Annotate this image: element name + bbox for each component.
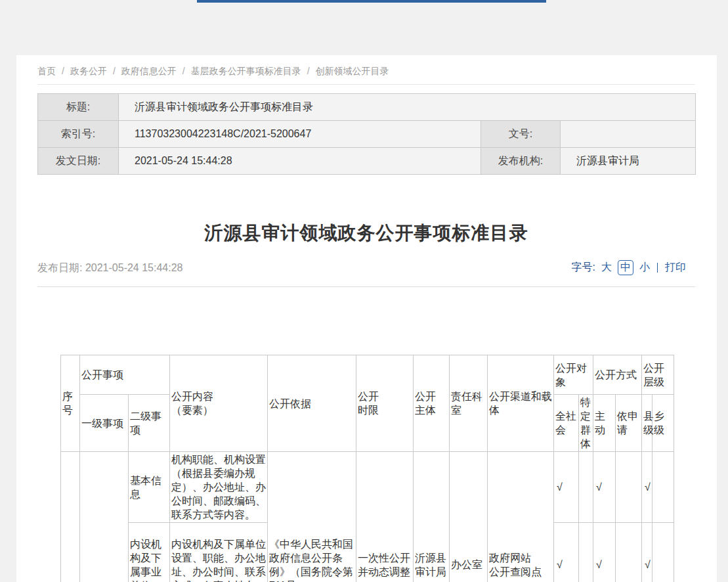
document-info-table: 标题: 沂源县审计领域政务公开事项标准目录 索引号: 1137032300422… bbox=[37, 93, 696, 175]
catalog-header-row-1: 序号 公开事项 公开内容 （要素） 公开依据 公开 时限 公开 主体 责任科室 … bbox=[61, 355, 674, 395]
header-gongkai-cengji: 公开层级 bbox=[642, 355, 674, 395]
cell-gongkai-yiju: 《中华人民共和国政府信息公开条例》（国务院令第711号） bbox=[268, 452, 356, 582]
header-gongkai-duixiang: 公开对象 bbox=[554, 355, 593, 395]
header-gongkai-fangshi: 公开方式 bbox=[593, 355, 642, 395]
header-gongkai-shixiang: 公开事项 bbox=[80, 355, 170, 395]
breadcrumb-home[interactable]: 首页 bbox=[37, 66, 56, 76]
publish-date: 发布日期: 2021-05-24 15:44:28 bbox=[37, 261, 182, 275]
info-row-title: 标题: 沂源县审计领域政务公开事项标准目录 bbox=[38, 94, 696, 121]
check-yishenqing bbox=[616, 452, 642, 523]
font-size-medium-button[interactable]: 中 bbox=[618, 260, 633, 275]
header-xiangji: 乡级 bbox=[653, 395, 674, 452]
index-number-value: 11370323004223148C/2021-5200647 bbox=[119, 121, 481, 148]
font-size-large-button[interactable]: 大 bbox=[601, 261, 612, 275]
breadcrumb-divider bbox=[37, 84, 695, 85]
cell-erji-shixiang: 内设机构及下属事业单位 bbox=[129, 523, 170, 582]
print-button[interactable]: 打印 bbox=[665, 261, 686, 275]
doc-number-label: 文号: bbox=[481, 121, 561, 148]
breadcrumb-separator: / bbox=[307, 66, 310, 76]
breadcrumb: 首页/政务公开/政府信息公开/基层政务公开事项标准目录/创新领域公开目录 bbox=[37, 66, 389, 78]
index-number-label: 索引号: bbox=[38, 121, 119, 148]
font-size-label: 字号: bbox=[572, 261, 595, 275]
content-panel: 首页/政务公开/政府信息公开/基层政务公开事项标准目录/创新领域公开目录 标题:… bbox=[16, 55, 717, 582]
divider bbox=[657, 263, 658, 273]
breadcrumb-chuangxin[interactable]: 创新领域公开目录 bbox=[316, 66, 389, 76]
doc-number-value bbox=[561, 121, 696, 148]
header-gongkai-shixian: 公开 时限 bbox=[356, 355, 414, 452]
check-teding bbox=[579, 523, 593, 582]
issuing-org-value: 沂源县审计局 bbox=[561, 148, 696, 175]
header-qudao-zaiti: 公开渠道和载体 bbox=[488, 355, 554, 452]
title-value: 沂源县审计领域政务公开事项标准目录 bbox=[119, 94, 696, 121]
info-row-date: 发文日期: 2021-05-24 15:44:28 发布机构: 沂源县审计局 bbox=[38, 148, 696, 175]
header-gongkai-zhuti: 公开 主体 bbox=[414, 355, 450, 452]
header-yiji-shixiang: 一级事项 bbox=[80, 395, 129, 452]
check-quanshehui: √ bbox=[554, 523, 579, 582]
header-teding-qunti: 特定群体 bbox=[579, 395, 593, 452]
cell-zeren-keshi: 办公室 bbox=[450, 452, 488, 582]
check-quanshehui: √ bbox=[554, 452, 579, 523]
header-gongkai-yiju: 公开依据 bbox=[268, 355, 356, 452]
check-xianji: √ bbox=[642, 523, 653, 582]
check-xiangji bbox=[653, 523, 674, 582]
font-size-controls: 字号: 大 中 小 打印 bbox=[572, 260, 686, 275]
header-quanshehui: 全社会 bbox=[554, 395, 579, 452]
breadcrumb-separator: / bbox=[62, 66, 64, 76]
check-xianji: √ bbox=[642, 452, 653, 523]
article-divider bbox=[37, 286, 695, 287]
check-zhudong: √ bbox=[593, 523, 616, 582]
page-title: 沂源县审计领域政务公开事项标准目录 bbox=[37, 221, 695, 246]
header-zeren-keshi: 责任科室 bbox=[450, 355, 488, 452]
cell-xuhao bbox=[61, 452, 80, 582]
breadcrumb-jiceng[interactable]: 基层政务公开事项标准目录 bbox=[191, 66, 301, 76]
breadcrumb-xinxi[interactable]: 政府信息公开 bbox=[121, 66, 177, 76]
breadcrumb-separator: / bbox=[182, 66, 185, 76]
header-gongkai-neirong: 公开内容 （要素） bbox=[170, 355, 268, 452]
issuing-org-label: 发布机构: bbox=[481, 148, 561, 175]
check-zhudong: √ bbox=[593, 452, 616, 523]
cell-gongkai-zhuti: 沂源县审计局 bbox=[414, 452, 450, 582]
breadcrumb-separator: / bbox=[113, 66, 116, 76]
issue-date-value: 2021-05-24 15:44:28 bbox=[119, 148, 481, 175]
article-meta-row: 发布日期: 2021-05-24 15:44:28 字号: 大 中 小 打印 bbox=[37, 259, 695, 279]
cell-qudao-zaiti: 政府网站 公开查阅点 bbox=[488, 452, 554, 582]
top-nav-bar-remnant bbox=[197, 0, 546, 3]
header-xuhao: 序号 bbox=[61, 355, 80, 452]
cell-yiji-shixiang bbox=[80, 452, 129, 582]
issue-date-label: 发文日期: bbox=[38, 148, 119, 175]
breadcrumb-zhengwu[interactable]: 政务公开 bbox=[70, 66, 107, 76]
title-label: 标题: bbox=[38, 94, 119, 121]
cell-gongkai-shixian: 一次性公开并动态调整 bbox=[356, 452, 414, 582]
catalog-table: 序号 公开事项 公开内容 （要素） 公开依据 公开 时限 公开 主体 责任科室 … bbox=[60, 355, 674, 582]
info-row-index: 索引号: 11370323004223148C/2021-5200647 文号: bbox=[38, 121, 696, 148]
catalog-table-container: 序号 公开事项 公开内容 （要素） 公开依据 公开 时限 公开 主体 责任科室 … bbox=[60, 355, 674, 582]
cell-erji-shixiang: 基本信息 bbox=[129, 452, 170, 523]
check-yishenqing bbox=[616, 523, 642, 582]
font-size-small-button[interactable]: 小 bbox=[639, 261, 650, 275]
header-zhudong: 主动 bbox=[593, 395, 616, 452]
cell-gongkai-neirong: 机构职能、机构设置（根据县委编办规定）、办公地址、办公时间、邮政编码、联系方式等… bbox=[170, 452, 268, 523]
header-yishenqing: 依申请 bbox=[616, 395, 642, 452]
header-xianji: 县级 bbox=[642, 395, 653, 452]
check-xiangji bbox=[653, 452, 674, 523]
header-erji-shixiang: 二级事项 bbox=[129, 395, 170, 452]
catalog-data-row-1: 基本信息 机构职能、机构设置（根据县委编办规定）、办公地址、办公时间、邮政编码、… bbox=[61, 452, 674, 523]
cell-gongkai-neirong: 内设机构及下属单位设置、职能、办公地址、办公时间、联系方式、负责人姓名 bbox=[170, 523, 268, 582]
check-teding bbox=[579, 452, 593, 523]
